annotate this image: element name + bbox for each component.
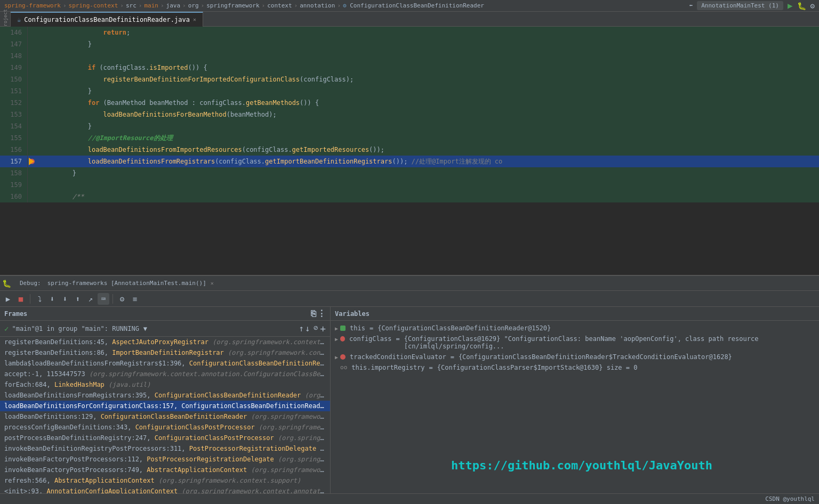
frame-10[interactable]: invokeBeanDefinitionRegistryPostProcesso…: [0, 443, 330, 454]
breakpoint-area-160[interactable]: [28, 191, 36, 202]
breakpoint-area-147[interactable]: [28, 38, 36, 50]
var-item-importregistry[interactable]: ▶ oo this.importRegistry = {Configuratio…: [333, 362, 817, 373]
code-editor[interactable]: 146 return; 147 } 148 149: [0, 27, 819, 275]
breakpoint-area-154[interactable]: [28, 120, 36, 132]
frame-pkg-5: (org.springframework.c...: [305, 392, 330, 399]
evaluate-button[interactable]: ⌨: [98, 293, 109, 305]
frame-method-7: loadBeanDefinitions:129, ConfigurationCl…: [4, 413, 247, 420]
top-right-actions: ⬅ AnnotationMainTest (1) ▶ 🐛 ⚙: [689, 1, 815, 11]
force-step-into-button[interactable]: ⬇: [59, 293, 71, 305]
thread-dropdown-arrow[interactable]: ▼: [143, 325, 147, 332]
breadcrumb-src[interactable]: src: [126, 2, 136, 9]
var-item-configclass[interactable]: ▶ configClass = {ConfigurationClass@1629…: [333, 334, 817, 352]
breakpoint-area-153[interactable]: [28, 109, 36, 120]
frame-3[interactable]: accept:-1, 1153447573 (org.springframewo…: [0, 369, 330, 379]
line-number-152: 152: [0, 97, 28, 109]
project-label: Project: [3, 9, 8, 29]
add-button[interactable]: +: [320, 323, 326, 334]
breakpoint-area-159[interactable]: [28, 179, 36, 191]
step-out-button[interactable]: ⬆: [72, 293, 84, 305]
run-config-selector[interactable]: AnnotationMainTest (1): [697, 1, 783, 10]
filter-button[interactable]: ⊘: [314, 323, 318, 334]
frame-12[interactable]: invokeBeanFactoryPostProcessors:749, Abs…: [0, 465, 330, 475]
breadcrumb-spring-context[interactable]: spring-context: [69, 2, 118, 9]
var-expand-this[interactable]: ▶: [335, 326, 338, 331]
frame-6[interactable]: loadBeanDefinitionsForConfigurationClass…: [0, 401, 330, 411]
code-line-149: 149 if (configClass.isImported()) {: [0, 62, 819, 74]
debug-run-tab-close[interactable]: ✕: [211, 280, 214, 286]
var-expand-tracked[interactable]: ▶: [335, 354, 338, 360]
code-line-155: 155 //@ImportResource的处理: [0, 132, 819, 144]
var-icon-tracked: [340, 354, 346, 360]
thread-up-button[interactable]: ↑: [299, 323, 304, 334]
frame-method-3: accept:-1, 1153447573: [4, 370, 85, 378]
frame-0[interactable]: registerBeanDefinitions:45, AspectJAutoP…: [0, 337, 330, 347]
expand-icon[interactable]: ⋮: [317, 308, 326, 319]
breakpoint-area-152[interactable]: [28, 97, 36, 109]
frame-13[interactable]: refresh:566, AbstractApplicationContext …: [0, 475, 330, 486]
step-into-button[interactable]: ⬇: [46, 293, 58, 305]
frame-method-12: invokeBeanFactoryPostProcessors:749, Abs…: [4, 466, 247, 474]
run-button[interactable]: ▶: [788, 1, 793, 11]
variables-list[interactable]: ▶ this = {ConfigurationClassBeanDefiniti…: [331, 321, 819, 504]
file-tab-main[interactable]: ☕ ConfigurationClassBeanDefinitionReader…: [11, 12, 203, 27]
breakpoint-area-150[interactable]: [28, 74, 36, 85]
breakpoint-area-149[interactable]: [28, 62, 36, 74]
frame-7[interactable]: loadBeanDefinitions:129, ConfigurationCl…: [0, 411, 330, 422]
line-number-149: 149: [0, 62, 28, 74]
code-area[interactable]: 146 return; 147 } 148 149: [0, 27, 819, 275]
code-content-160: /**: [36, 191, 84, 202]
run-to-cursor-button[interactable]: ↗: [85, 293, 97, 305]
frames-list[interactable]: registerBeanDefinitions:45, AspectJAutoP…: [0, 337, 330, 504]
breadcrumb-springframework[interactable]: springframework: [206, 2, 259, 9]
code-line-159: 159: [0, 179, 819, 191]
debug-run-name[interactable]: spring-frameworks [AnnotationMainTest.ma…: [47, 280, 206, 287]
code-line-156: 156 loadBeanDefinitionsFromImportedResou…: [0, 144, 819, 156]
debug-button[interactable]: 🐛: [797, 2, 806, 10]
frame-2[interactable]: lambda$loadBeanDefinitionsFromRegistrars…: [0, 358, 330, 369]
breakpoint-area-157[interactable]: [28, 156, 36, 167]
settings-button[interactable]: ⚙: [810, 2, 815, 10]
frame-1[interactable]: registerBeanDefinitions:86, ImportBeanDe…: [0, 347, 330, 358]
frame-5[interactable]: loadBeanDefinitionsFromRegistrars:395, C…: [0, 390, 330, 401]
frame-pkg-8: (org.springframework.context.a...: [259, 424, 330, 431]
thread-down-button[interactable]: ↓: [305, 323, 310, 334]
breakpoint-area-151[interactable]: [28, 85, 36, 97]
breakpoint-area-148[interactable]: [28, 50, 36, 62]
breakpoint-area-155[interactable]: [28, 132, 36, 144]
step-over-button[interactable]: ⤵: [34, 293, 45, 305]
tab-close-button[interactable]: ✕: [193, 17, 196, 22]
project-panel-toggle[interactable]: Project: [0, 12, 11, 26]
line-number-159: 159: [0, 179, 28, 191]
copy-icon[interactable]: ⎘: [311, 308, 316, 319]
stop-button[interactable]: ■: [15, 293, 27, 305]
debug-icon: 🐛: [2, 279, 11, 288]
frame-method-10: invokeBeanDefinitionRegistryPostProcesso…: [4, 445, 316, 452]
resume-button[interactable]: ▶: [2, 293, 14, 305]
breadcrumb-main[interactable]: main: [144, 2, 158, 9]
var-item-this[interactable]: ▶ this = {ConfigurationClassBeanDefiniti…: [333, 323, 817, 334]
breadcrumb-org[interactable]: org: [188, 2, 199, 9]
frame-11[interactable]: invokeBeanFactoryPostProcessors:112, Pos…: [0, 454, 330, 465]
frames-copy-buttons[interactable]: ⎘ ⋮: [311, 308, 326, 319]
breadcrumb-annotation[interactable]: annotation: [300, 2, 335, 9]
var-item-tracked[interactable]: ▶ trackedConditionEvaluator = {Configura…: [333, 352, 817, 362]
settings-button[interactable]: ⚙: [116, 293, 128, 305]
code-line-150: 150 registerBeanDefinitionForImportedCon…: [0, 74, 819, 85]
frame-8[interactable]: processConfigBeanDefinitions:343, Config…: [0, 422, 330, 433]
navigate-back-icon[interactable]: ⬅: [689, 2, 693, 9]
var-expand-configclass[interactable]: ▶: [335, 336, 338, 342]
breakpoint-area-146[interactable]: [28, 27, 36, 38]
frame-pkg-12: (org.springframework.context.support...: [251, 466, 330, 474]
breadcrumb-spring-framework[interactable]: spring-framework: [4, 2, 61, 9]
tab-filename: ConfigurationClassBeanDefinitionReader.j…: [24, 16, 190, 23]
breakpoint-area-158[interactable]: [28, 167, 36, 179]
breakpoint-area-156[interactable]: [28, 144, 36, 156]
code-line-146: 146 return;: [0, 27, 819, 38]
breadcrumb-java[interactable]: java: [166, 2, 181, 9]
frame-9[interactable]: postProcessBeanDefinitionRegistry:247, C…: [0, 433, 330, 443]
var-eq-configclass: =: [396, 335, 399, 343]
more-button[interactable]: ≡: [129, 293, 141, 305]
frame-4[interactable]: forEach:684, LinkedHashMap (java.util): [0, 379, 330, 390]
breadcrumb-context[interactable]: context: [267, 2, 292, 9]
